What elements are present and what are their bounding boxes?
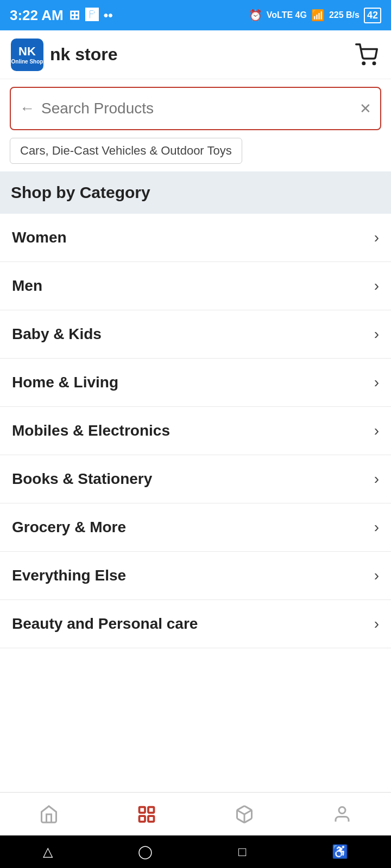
category-item-baby[interactable]: Baby & Kids › — [0, 310, 391, 359]
battery-icon: ⊞ — [69, 8, 80, 23]
status-bar: 3:22 AM ⊞ 🅿 •• ⏰ VoLTE 4G 📶 225 B/s 42 — [0, 0, 391, 30]
category-label-women: Women — [12, 229, 67, 246]
category-item-books[interactable]: Books & Stationery › — [0, 455, 391, 503]
category-item-women[interactable]: Women › — [0, 214, 391, 262]
signal-icon: 📶 — [311, 9, 325, 22]
chevron-right-icon-men: › — [374, 277, 379, 295]
chevron-right-icon-grocery: › — [374, 519, 379, 536]
android-navigation-bar: △ ◯ □ ♿ — [0, 835, 391, 868]
orders-nav-item[interactable] — [195, 793, 293, 835]
svg-rect-4 — [140, 816, 146, 822]
search-bar[interactable]: ← ✕ — [10, 87, 381, 130]
chevron-right-icon-women: › — [374, 229, 379, 246]
search-container: ← ✕ — [0, 79, 391, 138]
categories-nav-item[interactable] — [98, 793, 195, 835]
svg-point-1 — [373, 62, 375, 65]
logo-text: NK — [18, 44, 36, 59]
category-label-men: Men — [12, 277, 42, 295]
speed-label: 225 B/s — [329, 10, 360, 20]
android-back-btn[interactable]: △ — [43, 844, 53, 859]
category-label-grocery: Grocery & More — [12, 519, 126, 536]
chevron-right-icon-books: › — [374, 470, 379, 488]
category-section-header: Shop by Category — [0, 171, 391, 214]
chevron-right-icon-home: › — [374, 374, 379, 391]
svg-point-0 — [363, 62, 365, 65]
category-label-baby: Baby & Kids — [12, 326, 102, 343]
category-list: Women › Men › Baby & Kids › Home & Livin… — [0, 214, 391, 648]
filter-chip-cars[interactable]: Cars, Die-Cast Vehicles & Outdoor Toys — [10, 138, 242, 164]
filter-chips-area: Cars, Die-Cast Vehicles & Outdoor Toys — [0, 138, 391, 171]
app-name: nk store — [50, 44, 117, 65]
volte-label: VoLTE 4G — [267, 10, 307, 20]
category-item-everything[interactable]: Everything Else › — [0, 552, 391, 600]
android-accessibility-btn[interactable]: ♿ — [332, 844, 348, 859]
category-list-wrapper: Women › Men › Baby & Kids › Home & Livin… — [0, 214, 391, 648]
dots-icon: •• — [104, 8, 113, 23]
svg-rect-3 — [148, 807, 154, 813]
category-item-men[interactable]: Men › — [0, 262, 391, 310]
category-label-mobiles: Mobiles & Electronics — [12, 422, 170, 439]
chevron-right-icon-everything: › — [374, 567, 379, 584]
bottom-navigation — [0, 792, 391, 835]
category-label-home: Home & Living — [12, 374, 118, 391]
logo-section: NK Online Shop nk store — [11, 39, 117, 71]
category-label-everything: Everything Else — [12, 567, 126, 584]
category-label-beauty: Beauty and Personal care — [12, 615, 198, 633]
logo-subtext: Online Shop — [11, 59, 43, 65]
svg-rect-2 — [140, 807, 146, 813]
app-header: NK Online Shop nk store — [0, 30, 391, 79]
android-home-btn[interactable]: ◯ — [138, 844, 153, 859]
category-label-books: Books & Stationery — [12, 470, 152, 488]
category-section-title: Shop by Category — [11, 183, 150, 201]
battery-indicator: 42 — [364, 8, 381, 23]
chevron-right-icon-baby: › — [374, 326, 379, 343]
svg-rect-5 — [148, 816, 154, 822]
chevron-right-icon-mobiles: › — [374, 422, 379, 439]
home-nav-item[interactable] — [0, 793, 98, 835]
profile-nav-item[interactable] — [293, 793, 391, 835]
search-input[interactable] — [41, 100, 353, 117]
parking-icon: 🅿 — [85, 8, 98, 23]
android-recent-btn[interactable]: □ — [238, 844, 247, 859]
svg-point-7 — [339, 807, 345, 813]
clear-icon[interactable]: ✕ — [360, 100, 371, 117]
back-arrow-icon[interactable]: ← — [20, 100, 35, 117]
category-item-grocery[interactable]: Grocery & More › — [0, 503, 391, 552]
chevron-right-icon-beauty: › — [374, 615, 379, 633]
status-time: 3:22 AM — [10, 7, 64, 24]
alarm-icon: ⏰ — [249, 9, 262, 22]
cart-button[interactable] — [353, 41, 380, 68]
app-logo: NK Online Shop — [11, 39, 43, 71]
category-item-beauty[interactable]: Beauty and Personal care › — [0, 600, 391, 648]
category-item-mobiles[interactable]: Mobiles & Electronics › — [0, 407, 391, 455]
category-item-home[interactable]: Home & Living › — [0, 359, 391, 407]
